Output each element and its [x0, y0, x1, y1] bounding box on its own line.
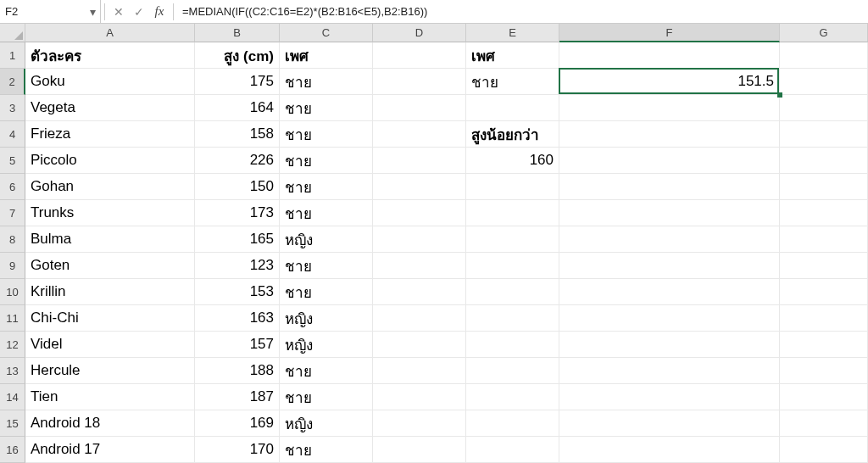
row-header-4[interactable]: 4 — [0, 121, 25, 148]
cell-A10[interactable]: Krillin — [25, 279, 195, 305]
cell-A2[interactable]: Goku — [25, 69, 195, 95]
cell-A13[interactable]: Hercule — [25, 358, 195, 384]
cell-A4[interactable]: Frieza — [25, 121, 195, 148]
select-all-corner[interactable] — [0, 24, 25, 42]
cell-E9[interactable] — [466, 253, 559, 279]
cell-G4[interactable] — [780, 121, 868, 148]
row-header-8[interactable]: 8 — [0, 226, 25, 253]
cell-B9[interactable]: 123 — [195, 253, 280, 279]
cell-F1[interactable] — [559, 42, 780, 69]
cell-F9[interactable] — [559, 253, 780, 279]
cell-C14[interactable]: ชาย — [280, 384, 373, 410]
cell-A15[interactable]: Android 18 — [25, 410, 195, 437]
cell-A7[interactable]: Trunks — [25, 200, 195, 226]
row-header-1[interactable]: 1 — [0, 42, 25, 69]
cell-G11[interactable] — [780, 305, 868, 332]
cell-G10[interactable] — [780, 279, 868, 305]
insert-function-button[interactable]: fx — [149, 2, 170, 22]
cell-E10[interactable] — [466, 279, 559, 305]
spreadsheet-grid[interactable]: A B C D E F G 1 ตัวละคร สูง (cm) เพศ เพศ… — [0, 24, 868, 463]
col-header-C[interactable]: C — [280, 24, 373, 42]
cell-C8[interactable]: หญิง — [280, 226, 373, 253]
cell-A8[interactable]: Bulma — [25, 226, 195, 253]
cell-F3[interactable] — [559, 95, 780, 121]
col-header-A[interactable]: A — [25, 24, 195, 42]
cell-B16[interactable]: 170 — [195, 437, 280, 463]
cell-B4[interactable]: 158 — [195, 121, 280, 148]
cell-G15[interactable] — [780, 410, 868, 437]
cell-F8[interactable] — [559, 226, 780, 253]
cell-C7[interactable]: ชาย — [280, 200, 373, 226]
cell-C3[interactable]: ชาย — [280, 95, 373, 121]
cell-C6[interactable]: ชาย — [280, 174, 373, 200]
cell-G13[interactable] — [780, 358, 868, 384]
cell-B1[interactable]: สูง (cm) — [195, 42, 280, 69]
row-header-9[interactable]: 9 — [0, 253, 25, 279]
col-header-G[interactable]: G — [780, 24, 868, 42]
fill-handle[interactable] — [777, 92, 782, 98]
cell-B15[interactable]: 169 — [195, 410, 280, 437]
cell-D15[interactable] — [373, 410, 466, 437]
cell-B6[interactable]: 150 — [195, 174, 280, 200]
cell-G5[interactable] — [780, 148, 868, 174]
cell-C4[interactable]: ชาย — [280, 121, 373, 148]
cell-F15[interactable] — [559, 410, 780, 437]
cell-G8[interactable] — [780, 226, 868, 253]
cell-F4[interactable] — [559, 121, 780, 148]
col-header-B[interactable]: B — [195, 24, 280, 42]
cell-D11[interactable] — [373, 305, 466, 332]
row-header-6[interactable]: 6 — [0, 174, 25, 200]
cell-E14[interactable] — [466, 384, 559, 410]
cell-D12[interactable] — [373, 332, 466, 358]
cell-F11[interactable] — [559, 305, 780, 332]
cell-E2[interactable]: ชาย — [466, 69, 559, 95]
cell-F13[interactable] — [559, 358, 780, 384]
cell-C12[interactable]: หญิง — [280, 332, 373, 358]
cell-C16[interactable]: ชาย — [280, 437, 373, 463]
cell-D2[interactable] — [373, 69, 466, 95]
cell-D8[interactable] — [373, 226, 466, 253]
cell-B14[interactable]: 187 — [195, 384, 280, 410]
cell-A11[interactable]: Chi-Chi — [25, 305, 195, 332]
row-header-16[interactable]: 16 — [0, 437, 25, 463]
cell-F5[interactable] — [559, 148, 780, 174]
cell-F10[interactable] — [559, 279, 780, 305]
cell-B7[interactable]: 173 — [195, 200, 280, 226]
cell-E3[interactable] — [466, 95, 559, 121]
col-header-F[interactable]: F — [559, 24, 780, 42]
cell-A12[interactable]: Videl — [25, 332, 195, 358]
cell-E11[interactable] — [466, 305, 559, 332]
row-header-5[interactable]: 5 — [0, 148, 25, 174]
cell-E8[interactable] — [466, 226, 559, 253]
cell-G16[interactable] — [780, 437, 868, 463]
cell-E1[interactable]: เพศ — [466, 42, 559, 69]
row-header-10[interactable]: 10 — [0, 279, 25, 305]
cell-D5[interactable] — [373, 148, 466, 174]
cell-A16[interactable]: Android 17 — [25, 437, 195, 463]
cell-B11[interactable]: 163 — [195, 305, 280, 332]
cell-B3[interactable]: 164 — [195, 95, 280, 121]
cell-A9[interactable]: Goten — [25, 253, 195, 279]
cell-C1[interactable]: เพศ — [280, 42, 373, 69]
cell-D10[interactable] — [373, 279, 466, 305]
cancel-formula-button[interactable]: ✕ — [108, 2, 129, 22]
row-header-14[interactable]: 14 — [0, 384, 25, 410]
row-header-7[interactable]: 7 — [0, 200, 25, 226]
row-header-2[interactable]: 2 — [0, 69, 25, 95]
cell-G1[interactable] — [780, 42, 868, 69]
cell-E7[interactable] — [466, 200, 559, 226]
cell-F14[interactable] — [559, 384, 780, 410]
name-box[interactable] — [0, 1, 85, 23]
cell-D13[interactable] — [373, 358, 466, 384]
cell-B5[interactable]: 226 — [195, 148, 280, 174]
cell-F12[interactable] — [559, 332, 780, 358]
row-header-3[interactable]: 3 — [0, 95, 25, 121]
cell-A14[interactable]: Tien — [25, 384, 195, 410]
cell-F16[interactable] — [559, 437, 780, 463]
cell-G12[interactable] — [780, 332, 868, 358]
cell-D16[interactable] — [373, 437, 466, 463]
cell-G6[interactable] — [780, 174, 868, 200]
cell-D1[interactable] — [373, 42, 466, 69]
cell-D14[interactable] — [373, 384, 466, 410]
cell-A5[interactable]: Piccolo — [25, 148, 195, 174]
